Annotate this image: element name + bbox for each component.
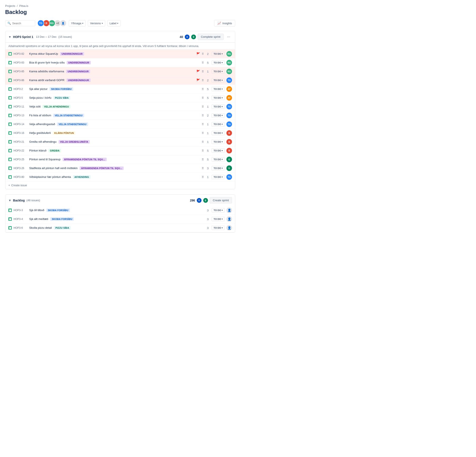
status-badge[interactable]: TO DO ▾ — [212, 87, 225, 91]
issue-type-icon — [8, 87, 12, 91]
issue-tag: GREIÐA — [49, 149, 61, 152]
insights-button[interactable]: 📈 Insights — [214, 20, 235, 26]
issue-id: HOP3-80 — [14, 176, 27, 178]
subtask-icon: ⠿ — [202, 79, 204, 82]
insights-label: Insights — [222, 22, 232, 25]
issue-type-icon — [8, 149, 12, 152]
assignee-avatar: TG — [226, 174, 232, 180]
subtask-icon: ⠿ — [202, 123, 204, 126]
story-points: 1 — [206, 140, 210, 144]
issue-row[interactable]: HOP3-2 Sjá allar pizzur SKOÐA FORSÍÐU ⠿ … — [5, 85, 235, 93]
status-badge[interactable]: TO DO ▾ — [212, 122, 225, 126]
issue-row[interactable]: HOP3-83 Búa til grunn fyrir hverja síðu … — [5, 58, 235, 67]
backlog-stats: 296 0 0 Create sprint — [190, 197, 232, 203]
status-badge[interactable]: TO DO ▾ — [212, 60, 225, 65]
issue-id: HOP3-5 — [14, 96, 27, 99]
status-badge[interactable]: TO DO ▾ — [212, 52, 225, 56]
issue-row[interactable]: HOP3-26 Staðfesta að pöntun hafi verið m… — [5, 164, 235, 173]
status-chevron: ▾ — [222, 167, 223, 169]
issue-row[interactable]: HOP3-4 Sjá allt meðlæti SKOÐA FORSÍÐU 3 … — [5, 215, 235, 224]
create-sprint-button[interactable]: Create sprint — [210, 197, 232, 203]
sprint-collapse-icon[interactable]: ▼ — [8, 35, 11, 39]
status-label: TO DO — [213, 79, 221, 82]
status-badge[interactable]: TO DO ▾ — [212, 96, 225, 100]
status-label: TO DO — [213, 132, 221, 134]
sprint-stats: 40 0 0 Complete sprint ··· — [180, 34, 232, 40]
issue-title: Kanna aðstöðu starfsmanna UNDIRBÚNINGUR — [29, 70, 195, 73]
status-label: TO DO — [213, 97, 221, 99]
subtask-icon: ⠿ — [202, 61, 204, 64]
sprint-more-button[interactable]: ··· — [225, 34, 232, 40]
issue-id: HOP3-21 — [14, 140, 27, 143]
status-label: TO DO — [213, 158, 221, 161]
status-chevron: ▾ — [222, 79, 223, 81]
sprint-dates: 13 Dec – 17 Dec — [36, 35, 57, 38]
status-label: TO DO — [213, 105, 221, 108]
status-badge[interactable]: TO DO ▾ — [212, 104, 225, 109]
status-badge[interactable]: TO DO ▾ — [212, 226, 225, 230]
status-badge[interactable]: TO DO ▾ — [212, 69, 225, 74]
issue-tag: PIZZU SÍÐA — [54, 226, 71, 229]
search-input[interactable] — [12, 22, 33, 25]
issue-type-icon — [8, 226, 12, 229]
assignee-avatar: 👤 — [226, 207, 232, 213]
issue-row[interactable]: HOP3-3 Sjá öll tilboð SKOÐA FORSÍÐU 3 TO… — [5, 206, 235, 215]
issue-row[interactable]: HOP3-5 Setja pizzu í körfu PIZZU SÍÐA ⠿ … — [5, 93, 235, 102]
status-badge[interactable]: TO DO ▾ — [212, 148, 225, 153]
assignee-avatar: 👤 — [226, 225, 232, 231]
status-badge[interactable]: TO DO ▾ — [212, 157, 225, 161]
status-chevron: ▾ — [222, 176, 223, 178]
issue-title: Hefja greiðsluferli KLÁRA PÖNTUN — [29, 131, 200, 135]
story-points: 1 — [206, 123, 210, 126]
assignee-avatar: B — [226, 139, 232, 145]
status-badge[interactable]: TO DO ▾ — [212, 208, 225, 212]
filter-versions[interactable]: Versions ▾ — [88, 20, 105, 26]
filter-yfirsaga[interactable]: Yfirsaga ▾ — [69, 20, 86, 26]
issue-row[interactable]: HOP3-16 Hefja greiðsluferli KLÁRA PÖNTUN… — [5, 129, 235, 137]
status-badge[interactable]: TO DO ▾ — [212, 175, 225, 179]
filter-label[interactable]: Label ▾ — [107, 20, 121, 26]
search-box[interactable]: 🔍 — [5, 20, 35, 26]
issue-row[interactable]: HOP3-13 Fá lista af stöðum VELJA STAÐSET… — [5, 111, 235, 120]
issue-row[interactable]: HOP3-80 Viðskiptavinur fær pöntun afhent… — [5, 173, 235, 181]
issue-row[interactable]: HOP3-25 Pöntun send til Squareup ÁFRAMSE… — [5, 155, 235, 164]
issue-id: HOP3-11 — [14, 105, 27, 108]
issue-id: HOP3-86 — [14, 79, 27, 82]
backlog-collapse-icon[interactable]: ▼ — [8, 199, 11, 202]
issue-row[interactable]: HOP3-82 Kynna okkur SquareUp UNDIRBÚNING… — [5, 50, 235, 58]
issue-title: Sjá allt meðlæti SKOÐA FORSÍÐU — [29, 217, 204, 221]
issue-type-icon — [8, 105, 12, 108]
search-icon: 🔍 — [8, 22, 11, 25]
issue-row[interactable]: HOP3-86 Kanna atriði varðandi GDPR UNDIR… — [5, 76, 235, 85]
status-label: TO DO — [213, 227, 221, 229]
versions-chevron: ▾ — [102, 22, 103, 25]
backlog-section: ▼ Backlog (48 issues) 296 0 0 Create spr… — [5, 195, 235, 233]
story-points: 3 — [206, 209, 210, 212]
story-points: 3 — [206, 218, 210, 221]
issue-row[interactable]: HOP3-11 Velja sótt VELJA AFHENDINGU ⠿ 1 … — [5, 102, 235, 111]
status-badge[interactable]: TO DO ▾ — [212, 166, 225, 170]
issue-tag: UNDIRBÚNINGUR — [66, 70, 90, 73]
status-chevron: ▾ — [222, 141, 223, 143]
status-badge[interactable]: TO DO ▾ — [212, 131, 225, 135]
avatar-tg[interactable]: TG — [37, 20, 44, 27]
breadcrumb-projects[interactable]: Projects — [5, 4, 15, 8]
story-points: 3 — [206, 226, 210, 229]
breadcrumb-current[interactable]: Pitsa.is — [19, 4, 28, 8]
issue-row[interactable]: HOP3-21 Greiða við afhendingu VELJA GREI… — [5, 137, 235, 146]
issue-row[interactable]: HOP3-85 Kanna aðstöðu starfsmanna UNDIRB… — [5, 67, 235, 76]
issue-title: Greiða við afhendingu VELJA GREIÐSLUMÁTA — [29, 140, 200, 144]
issue-row[interactable]: HOP3-6 Skoða pizzu detail PIZZU SÍÐA 3 T… — [5, 224, 235, 232]
complete-sprint-button[interactable]: Complete sprint — [198, 34, 224, 40]
assignee-avatar: B — [226, 148, 232, 153]
create-issue-sprint[interactable]: + Create issue — [5, 181, 235, 189]
issue-row[interactable]: HOP3-14 Velja afhendingastað VELJA STAÐS… — [5, 120, 235, 129]
issue-type-icon — [8, 123, 12, 126]
status-badge[interactable]: TO DO ▾ — [212, 140, 225, 144]
status-badge[interactable]: TO DO ▾ — [212, 113, 225, 118]
status-badge[interactable]: TO DO ▾ — [212, 78, 225, 82]
status-badge[interactable]: TO DO ▾ — [212, 217, 225, 221]
issue-id: HOP3-25 — [14, 158, 27, 161]
issue-type-icon — [8, 217, 12, 221]
issue-row[interactable]: HOP3-22 Pöntun kláruð GREIÐA ⠿ 5 TO DO ▾… — [5, 146, 235, 155]
